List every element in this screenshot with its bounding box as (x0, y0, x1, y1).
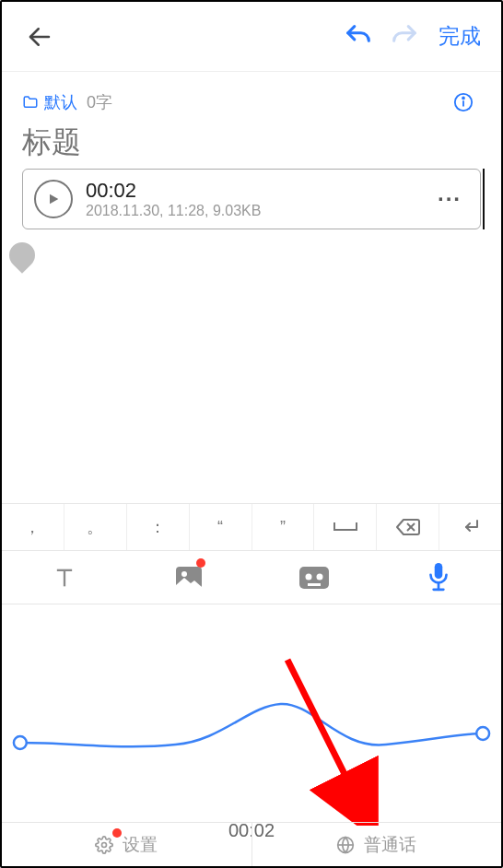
text-cursor (483, 169, 485, 229)
gear-icon (95, 836, 113, 854)
text-icon (52, 565, 77, 591)
settings-label: 设置 (123, 833, 158, 857)
punct-close-quote[interactable]: ” (252, 504, 315, 550)
enter-icon (461, 518, 481, 536)
punct-open-quote[interactable]: “ (190, 504, 252, 550)
punct-comma[interactable]: ， (2, 504, 64, 550)
language-label: 普通话 (364, 833, 416, 857)
redo-button[interactable] (381, 14, 427, 60)
backspace-icon (395, 518, 421, 536)
tape-mode-button[interactable] (251, 551, 377, 604)
title-input[interactable] (22, 125, 481, 159)
word-count: 0字 (87, 91, 112, 113)
svg-point-18 (14, 736, 27, 749)
punct-period[interactable]: 。 (64, 504, 127, 550)
folder-label: 默认 (44, 91, 77, 113)
undo-icon (343, 21, 374, 53)
notification-dot (196, 558, 205, 568)
svg-rect-14 (308, 583, 321, 586)
info-icon (453, 92, 474, 112)
play-button[interactable] (34, 180, 73, 218)
voice-mode-button[interactable] (377, 551, 502, 604)
arrow-left-icon (26, 23, 53, 51)
svg-point-3 (462, 98, 464, 100)
redo-icon (389, 21, 420, 53)
svg-marker-4 (50, 194, 58, 205)
punct-space[interactable] (314, 504, 377, 550)
text-mode-button[interactable] (2, 551, 127, 604)
svg-rect-15 (435, 563, 443, 579)
cassette-icon (299, 567, 329, 589)
language-button[interactable]: 普通话 (251, 823, 502, 866)
svg-point-19 (476, 727, 489, 740)
audio-duration: 00:02 (86, 179, 414, 203)
punct-newline[interactable] (439, 504, 501, 550)
done-button[interactable]: 完成 (427, 17, 485, 56)
svg-point-12 (305, 573, 311, 580)
svg-point-10 (181, 571, 187, 577)
undo-button[interactable] (335, 14, 381, 60)
selection-handle[interactable] (4, 237, 41, 274)
svg-point-21 (102, 842, 107, 847)
waveform (2, 641, 501, 807)
audio-meta: 2018.11.30, 11:28, 9.03KB (86, 203, 414, 219)
notification-dot (112, 828, 122, 838)
image-mode-button[interactable] (127, 551, 252, 604)
play-icon (46, 192, 61, 206)
audio-more-button[interactable]: ··· (427, 181, 473, 217)
microphone-icon (427, 563, 450, 592)
input-mode-toolbar (2, 551, 501, 604)
info-button[interactable] (446, 85, 481, 120)
audio-attachment: 00:02 2018.11.30, 11:28, 9.03KB ··· (22, 169, 481, 229)
folder-icon (22, 94, 39, 111)
globe-icon (336, 836, 355, 854)
folder-link[interactable]: 默认 (22, 91, 77, 113)
punctuation-toolbar: ， 。 ： “ ” (2, 503, 501, 551)
punct-backspace[interactable] (377, 504, 439, 550)
punct-colon[interactable]: ： (127, 504, 190, 550)
svg-point-13 (316, 573, 322, 580)
back-button[interactable] (18, 16, 61, 58)
voice-record-panel: 00:02 (2, 604, 501, 822)
image-icon (175, 566, 203, 590)
settings-button[interactable]: 设置 (2, 823, 251, 866)
space-icon (333, 521, 358, 534)
